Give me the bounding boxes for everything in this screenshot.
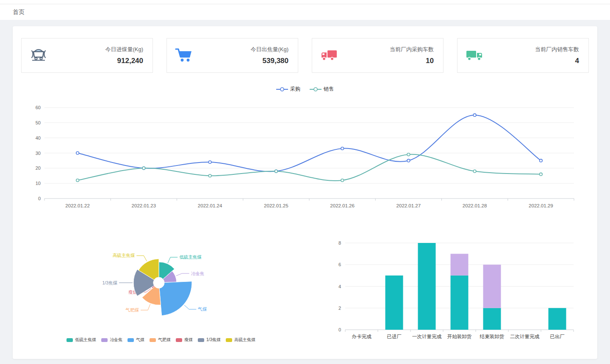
- stat-card-sale-trucks: 当前厂内销售车数 4: [457, 38, 589, 73]
- y-axis-label: 50: [36, 120, 41, 125]
- data-point: [76, 152, 79, 154]
- y-axis-label: 20: [36, 165, 41, 171]
- truck-status-bar-chart: 02468办卡完成已进厂一次计量完成开始装卸货结束装卸货二次计量完成已出厂: [330, 230, 593, 351]
- stat-label: 今日进煤量(Kg): [105, 46, 143, 53]
- y-axis-label: 10: [36, 181, 41, 186]
- series-销售: [76, 153, 542, 182]
- x-axis-label: 2022.01.29: [529, 203, 553, 208]
- data-point: [407, 159, 410, 162]
- y-axis-label: 40: [36, 135, 41, 141]
- data-point: [142, 167, 145, 170]
- legend-color-chip: [226, 338, 232, 342]
- x-axis-label: 2022.01.25: [264, 203, 288, 208]
- bar-segment[interactable]: [483, 265, 501, 308]
- bar-segment[interactable]: [483, 308, 501, 330]
- pie-slice-气煤[interactable]: 气煤: [159, 281, 207, 316]
- data-point: [341, 179, 344, 182]
- bar-segment[interactable]: [385, 276, 403, 330]
- data-point: [76, 179, 79, 182]
- pie-legend-item-气煤[interactable]: 气煤: [128, 337, 144, 343]
- pie-label-line: [141, 304, 150, 310]
- pie-label-line: [168, 257, 177, 263]
- x-axis-label: 已出厂: [550, 334, 565, 339]
- x-axis-label: 2022.01.24: [198, 203, 222, 208]
- stat-label: 当前厂内销售车数: [535, 46, 579, 53]
- pie-legend-item-1/3焦煤[interactable]: 1/3焦煤: [198, 337, 221, 343]
- legend-label: 气煤: [136, 337, 144, 343]
- x-axis-label: 开始装卸货: [447, 334, 472, 339]
- legend-color-chip: [198, 338, 204, 342]
- bar-segment[interactable]: [451, 254, 469, 276]
- truck-in-icon: [319, 45, 339, 66]
- stat-value: 10: [390, 57, 434, 65]
- pie-chart-legend: 低硫主焦煤冶金焦气煤气肥煤瘦煤1/3焦煤高硫主焦煤: [13, 337, 309, 343]
- pie-label: 1/3焦煤: [102, 280, 117, 285]
- y-axis-label: 8: [338, 240, 341, 245]
- legend-line-icon: [276, 87, 288, 92]
- y-axis-label: 30: [36, 151, 41, 156]
- bar-segment[interactable]: [549, 308, 566, 330]
- pie-label: 气肥煤: [125, 307, 139, 312]
- legend-label: 高硫主焦煤: [234, 337, 255, 343]
- legend-label: 销售: [324, 85, 334, 93]
- pie-legend-item-高硫主焦煤[interactable]: 高硫主焦煤: [226, 337, 255, 343]
- stat-text: 今日进煤量(Kg) 912,240: [105, 46, 143, 65]
- pie-label: 冶金焦: [191, 271, 205, 276]
- legend-item-销售[interactable]: 销售: [310, 85, 334, 93]
- y-axis-label: 2: [338, 306, 341, 311]
- data-point: [540, 159, 543, 162]
- data-point: [473, 170, 476, 173]
- legend-color-chip: [128, 338, 134, 342]
- header-divider: [0, 4, 610, 4]
- pie-label: 高硫主焦煤: [113, 253, 135, 258]
- stat-label: 当前厂内采购车数: [390, 46, 434, 53]
- breadcrumb-home[interactable]: 首页: [13, 8, 25, 16]
- y-axis-label: 0: [38, 196, 41, 201]
- legend-label: 低硫主焦煤: [75, 337, 96, 343]
- y-axis-label: 6: [338, 262, 341, 267]
- stat-card-coal-in: 今日进煤量(Kg) 912,240: [21, 38, 153, 73]
- purchase-sale-line-chart: 01020304050602022.01.222022.01.232022.01…: [21, 95, 589, 213]
- bar-segment[interactable]: [451, 276, 469, 330]
- stat-value: 912,240: [105, 57, 143, 65]
- stat-card-purchase-trucks: 当前厂内采购车数 10: [312, 38, 444, 73]
- pie-label-line: [184, 305, 196, 309]
- main-panel: 今日进煤量(Kg) 912,240 今日出焦量(Kg) 539,380: [13, 26, 597, 359]
- y-axis-label: 60: [36, 105, 41, 110]
- stat-text: 今日出焦量(Kg) 539,380: [250, 46, 288, 65]
- x-axis-label: 2022.01.22: [65, 203, 90, 208]
- x-axis-label: 已进厂: [387, 334, 402, 339]
- legend-item-采购[interactable]: 采购: [276, 85, 300, 93]
- stat-value: 4: [535, 57, 579, 65]
- legend-color-chip: [67, 338, 73, 342]
- x-axis-label: 一次计量完成: [412, 334, 442, 339]
- stat-text: 当前厂内采购车数 10: [390, 46, 434, 65]
- y-axis-label: 0: [338, 327, 341, 332]
- legend-label: 冶金焦: [110, 337, 122, 343]
- bar-segment[interactable]: [418, 243, 436, 330]
- legend-label: 瘦煤: [184, 337, 193, 343]
- stat-label: 今日出焦量(Kg): [250, 46, 288, 53]
- top-header: 首页: [0, 0, 610, 20]
- pie-label: 气煤: [197, 306, 207, 312]
- pie-legend-item-气肥煤[interactable]: 气肥煤: [150, 337, 171, 343]
- x-axis-label: 2022.01.23: [132, 203, 156, 208]
- stat-card-coke-out: 今日出焦量(Kg) 539,380: [166, 38, 298, 73]
- pie-legend-item-冶金焦[interactable]: 冶金焦: [101, 337, 122, 343]
- legend-color-chip: [101, 338, 108, 342]
- stat-value: 539,380: [250, 57, 288, 65]
- stat-cards-row: 今日进煤量(Kg) 912,240 今日出焦量(Kg) 539,380: [21, 38, 589, 73]
- x-axis-label: 结束装卸货: [480, 334, 505, 339]
- line-grid: 0102030405060: [36, 105, 574, 201]
- y-axis-label: 4: [338, 284, 341, 289]
- pie-legend-item-瘦煤[interactable]: 瘦煤: [176, 337, 193, 343]
- data-point: [208, 161, 211, 164]
- pie-label: 低硫主焦煤: [179, 254, 202, 259]
- data-point: [275, 170, 278, 173]
- pie-legend-item-低硫主焦煤[interactable]: 低硫主焦煤: [67, 337, 96, 343]
- data-point: [407, 153, 410, 156]
- pie-label-line: [136, 256, 147, 261]
- x-axis-label: 2022.01.27: [396, 203, 421, 208]
- shopping-cart-icon: [174, 45, 194, 66]
- x-axis-label: 2022.01.26: [330, 203, 355, 208]
